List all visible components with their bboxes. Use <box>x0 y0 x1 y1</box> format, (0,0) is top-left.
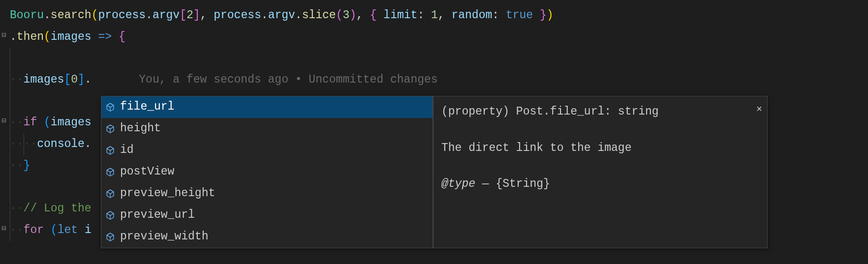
doc-signature: (property) Post.file_url: string <box>441 101 759 123</box>
field-icon <box>105 232 115 242</box>
suggestion-item[interactable]: height <box>101 118 433 140</box>
field-icon <box>105 210 115 220</box>
suggestion-item[interactable]: preview_width <box>101 226 433 248</box>
field-icon <box>105 102 115 112</box>
fold-icon[interactable]: ⊟ <box>1 29 6 43</box>
code-line[interactable] <box>0 48 868 69</box>
suggestion-item[interactable]: file_url <box>101 96 433 118</box>
suggestion-label: postView <box>120 161 174 183</box>
suggestions-list[interactable]: file_urlheightidpostViewpreview_heightpr… <box>101 96 433 248</box>
field-icon <box>105 167 115 177</box>
suggestion-item[interactable]: preview_height <box>101 183 433 205</box>
doc-description: The direct link to the image <box>441 138 759 159</box>
documentation-panel: × (property) Post.file_url: string The d… <box>433 96 768 248</box>
suggestion-item[interactable]: id <box>101 140 433 161</box>
field-icon <box>105 124 115 134</box>
field-icon <box>105 146 115 155</box>
autocomplete-popup: file_urlheightidpostViewpreview_heightpr… <box>101 96 768 248</box>
suggestion-item[interactable]: preview_url <box>101 205 433 226</box>
suggestion-item[interactable]: postView <box>101 161 433 183</box>
token-method: search <box>51 9 92 22</box>
code-line[interactable]: ··images[0]. You, a few seconds ago • Un… <box>0 69 868 91</box>
gitlens-annotation: You, a few seconds ago • Uncommitted cha… <box>139 73 437 86</box>
field-icon <box>105 189 115 199</box>
code-line[interactable]: ⊟.then(images => { <box>0 27 868 48</box>
fold-icon[interactable]: ⊟ <box>1 115 6 129</box>
suggestion-label: preview_width <box>120 226 208 248</box>
code-line[interactable]: Booru.search(process.argv[2], process.ar… <box>0 5 868 27</box>
fold-icon[interactable]: ⊟ <box>1 222 6 236</box>
suggestion-label: id <box>120 140 134 161</box>
suggestion-label: file_url <box>120 96 174 118</box>
suggestion-label: height <box>120 118 161 140</box>
close-icon[interactable]: × <box>756 100 762 119</box>
suggestion-label: preview_height <box>120 183 215 205</box>
token-class: Booru <box>10 9 44 22</box>
doc-tag: @type — {String} <box>441 174 759 195</box>
suggestion-label: preview_url <box>120 205 195 226</box>
